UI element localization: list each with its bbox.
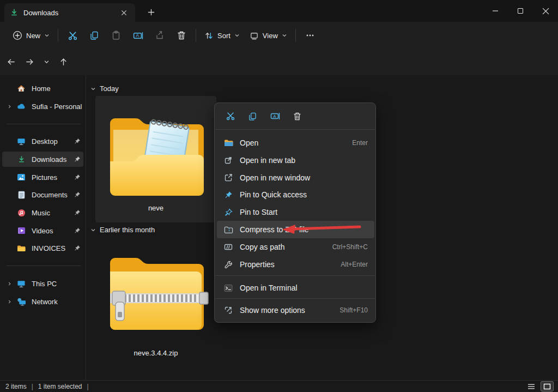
menu-item-pin-start[interactable]: Pin to Start [217, 203, 374, 221]
terminal-icon [221, 284, 235, 292]
ellipsis-icon [306, 31, 314, 40]
menu-item-open-new-window[interactable]: Open in new window [217, 169, 374, 186]
expand-chevron-icon[interactable] [2, 281, 16, 286]
view-button[interactable]: View [245, 26, 292, 45]
pictures-icon [16, 173, 26, 181]
network-icon [16, 298, 26, 306]
menu-item-pin-quick-access[interactable]: Pin to Quick access [217, 186, 374, 203]
sidebar-item-videos[interactable]: Videos [2, 223, 83, 238]
zip-folder-icon [221, 226, 235, 234]
forward-button[interactable] [21, 53, 38, 70]
open-new-tab-icon [221, 156, 235, 165]
sidebar-item-desktop[interactable]: Desktop [2, 134, 83, 149]
pin-icon [71, 245, 83, 251]
new-button[interactable]: New [8, 26, 54, 45]
rename-button[interactable]: A [264, 106, 286, 126]
collapse-chevron-icon [90, 86, 96, 92]
rename-button[interactable]: A [127, 26, 149, 45]
sidebar-item-home[interactable]: Home [2, 81, 83, 96]
group-header-today[interactable]: Today [90, 85, 119, 93]
view-icon [250, 31, 259, 40]
menu-separator [215, 275, 375, 276]
file-tile-neve[interactable]: neve [95, 96, 216, 222]
address-bar: Downloads [0, 49, 558, 75]
zip-folder-icon [101, 248, 210, 339]
copy-button[interactable] [83, 26, 105, 45]
new-tab-button[interactable] [144, 5, 158, 19]
onedrive-cloud-icon [16, 103, 26, 110]
sidebar-divider [7, 266, 81, 266]
large-icons-view-button[interactable] [541, 381, 554, 391]
menu-item-show-more[interactable]: Show more options Shift+F10 [217, 301, 374, 319]
pin-icon [71, 174, 83, 180]
documents-icon [16, 191, 26, 199]
sidebar-item-pictures[interactable]: Pictures [2, 170, 83, 185]
cut-button[interactable] [62, 26, 83, 45]
sidebar-item-this-pc[interactable]: This PC [2, 276, 83, 291]
paste-icon [111, 31, 121, 40]
menu-item-open-terminal[interactable]: Open in Terminal [217, 279, 374, 297]
pin-icon [71, 138, 83, 144]
chevron-down-icon [44, 33, 50, 38]
sidebar-item-music[interactable]: Music [2, 205, 83, 220]
pin-icon [71, 191, 83, 198]
folder-notepad-icon [101, 101, 210, 201]
copy-icon [89, 31, 99, 40]
svg-text:A: A [273, 114, 276, 119]
context-menu-quick-actions: A [215, 103, 375, 129]
copy-button[interactable] [241, 106, 264, 126]
rename-icon: A [270, 111, 280, 121]
share-button[interactable] [149, 26, 171, 45]
navigation-pane: Home Sufia - Personal Desktop [0, 75, 86, 380]
menu-item-copy-as-path[interactable]: Copy as path Ctrl+Shift+C [217, 238, 374, 256]
pin-icon [71, 209, 83, 216]
cut-icon [68, 31, 78, 41]
expand-chevron-icon[interactable] [2, 299, 16, 304]
close-button[interactable] [533, 0, 558, 22]
window-controls [483, 0, 558, 22]
delete-button[interactable] [286, 106, 308, 126]
tab-close-icon[interactable] [118, 7, 130, 19]
tab-downloads[interactable]: Downloads [4, 3, 135, 22]
tab-strip: Downloads [0, 0, 558, 22]
back-button[interactable] [2, 53, 20, 70]
more-options-button[interactable] [299, 26, 321, 45]
up-button[interactable] [54, 53, 72, 70]
minimize-button[interactable] [483, 0, 508, 22]
menu-item-properties[interactable]: Properties Alt+Enter [217, 256, 374, 273]
file-tile-zip[interactable]: neve.3.4.4.zip [95, 239, 216, 365]
desktop-icon [16, 137, 26, 146]
cut-icon [226, 111, 235, 121]
open-new-window-icon [221, 173, 235, 182]
sidebar-item-invoices[interactable]: INVOICES [2, 240, 83, 256]
toolbar-divider [196, 29, 196, 42]
sidebar-item-network[interactable]: Network [2, 294, 83, 309]
sidebar-item-documents[interactable]: Documents [2, 187, 83, 202]
sort-button-label: Sort [217, 32, 231, 40]
new-button-label: New [26, 32, 40, 40]
sort-button[interactable]: Sort [199, 26, 245, 45]
sort-icon [204, 31, 214, 40]
sidebar-divider [7, 124, 81, 124]
this-pc-icon [16, 280, 26, 288]
sidebar-item-onedrive[interactable]: Sufia - Personal [2, 99, 83, 114]
toolbar-divider [295, 29, 296, 42]
paste-button[interactable] [105, 26, 127, 45]
home-icon [16, 84, 26, 93]
details-view-button[interactable] [525, 381, 538, 391]
folder-icon [221, 139, 235, 147]
file-explorer-window: Downloads New [0, 0, 558, 392]
toolbar-divider [58, 29, 58, 42]
svg-text:A: A [136, 33, 139, 38]
expand-chevron-icon[interactable] [2, 104, 16, 109]
recent-locations-button[interactable] [39, 53, 53, 70]
tab-title: Downloads [23, 9, 113, 17]
maximize-button[interactable] [508, 0, 533, 22]
group-header-earlier[interactable]: Earlier this month [90, 226, 155, 234]
cut-button[interactable] [219, 106, 241, 126]
menu-item-open-new-tab[interactable]: Open in new tab [217, 152, 374, 169]
maximize-icon [518, 8, 523, 14]
sidebar-item-downloads[interactable]: Downloads [2, 152, 83, 167]
delete-button[interactable] [171, 26, 192, 45]
menu-item-open[interactable]: Open Enter [217, 134, 374, 152]
